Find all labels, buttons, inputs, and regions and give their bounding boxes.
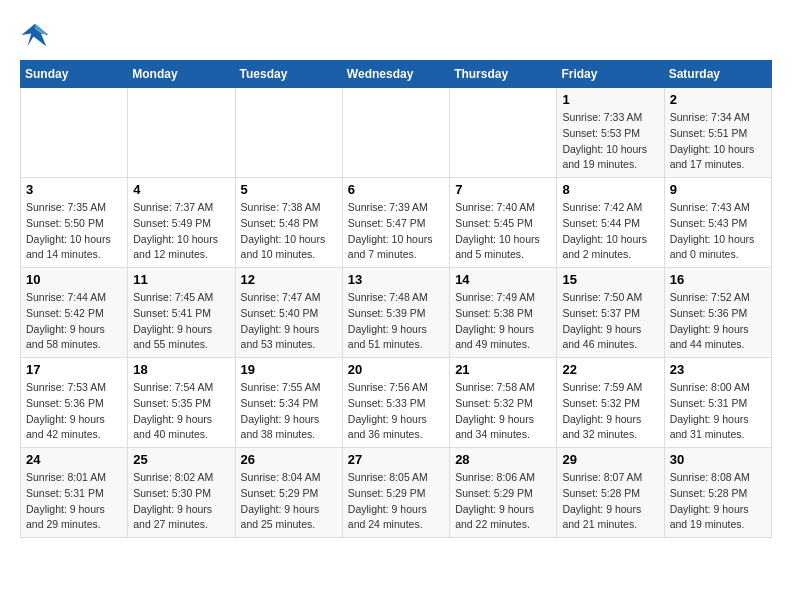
header-sunday: Sunday (21, 61, 128, 88)
calendar-cell: 22Sunrise: 7:59 AMSunset: 5:32 PMDayligh… (557, 358, 664, 448)
day-number: 8 (562, 182, 658, 197)
calendar-cell: 17Sunrise: 7:53 AMSunset: 5:36 PMDayligh… (21, 358, 128, 448)
day-number: 2 (670, 92, 766, 107)
calendar-cell: 28Sunrise: 8:06 AMSunset: 5:29 PMDayligh… (450, 448, 557, 538)
calendar-cell: 7Sunrise: 7:40 AMSunset: 5:45 PMDaylight… (450, 178, 557, 268)
calendar-cell: 12Sunrise: 7:47 AMSunset: 5:40 PMDayligh… (235, 268, 342, 358)
calendar-cell: 18Sunrise: 7:54 AMSunset: 5:35 PMDayligh… (128, 358, 235, 448)
day-number: 19 (241, 362, 337, 377)
day-number: 26 (241, 452, 337, 467)
day-info: Sunrise: 7:54 AMSunset: 5:35 PMDaylight:… (133, 380, 229, 443)
header-monday: Monday (128, 61, 235, 88)
day-info: Sunrise: 8:04 AMSunset: 5:29 PMDaylight:… (241, 470, 337, 533)
calendar-cell: 4Sunrise: 7:37 AMSunset: 5:49 PMDaylight… (128, 178, 235, 268)
day-info: Sunrise: 7:42 AMSunset: 5:44 PMDaylight:… (562, 200, 658, 263)
calendar-cell: 30Sunrise: 8:08 AMSunset: 5:28 PMDayligh… (664, 448, 771, 538)
calendar-cell: 11Sunrise: 7:45 AMSunset: 5:41 PMDayligh… (128, 268, 235, 358)
calendar-cell: 14Sunrise: 7:49 AMSunset: 5:38 PMDayligh… (450, 268, 557, 358)
calendar-header-row: SundayMondayTuesdayWednesdayThursdayFrid… (21, 61, 772, 88)
day-info: Sunrise: 7:45 AMSunset: 5:41 PMDaylight:… (133, 290, 229, 353)
day-number: 28 (455, 452, 551, 467)
day-number: 18 (133, 362, 229, 377)
day-number: 24 (26, 452, 122, 467)
header-wednesday: Wednesday (342, 61, 449, 88)
calendar-cell: 26Sunrise: 8:04 AMSunset: 5:29 PMDayligh… (235, 448, 342, 538)
week-row-5: 24Sunrise: 8:01 AMSunset: 5:31 PMDayligh… (21, 448, 772, 538)
header-tuesday: Tuesday (235, 61, 342, 88)
day-info: Sunrise: 7:35 AMSunset: 5:50 PMDaylight:… (26, 200, 122, 263)
calendar-cell: 21Sunrise: 7:58 AMSunset: 5:32 PMDayligh… (450, 358, 557, 448)
calendar-cell: 20Sunrise: 7:56 AMSunset: 5:33 PMDayligh… (342, 358, 449, 448)
day-info: Sunrise: 7:34 AMSunset: 5:51 PMDaylight:… (670, 110, 766, 173)
day-info: Sunrise: 7:50 AMSunset: 5:37 PMDaylight:… (562, 290, 658, 353)
day-info: Sunrise: 7:39 AMSunset: 5:47 PMDaylight:… (348, 200, 444, 263)
day-number: 21 (455, 362, 551, 377)
logo (20, 20, 54, 50)
day-number: 13 (348, 272, 444, 287)
week-row-2: 3Sunrise: 7:35 AMSunset: 5:50 PMDaylight… (21, 178, 772, 268)
calendar-cell: 23Sunrise: 8:00 AMSunset: 5:31 PMDayligh… (664, 358, 771, 448)
calendar-cell: 9Sunrise: 7:43 AMSunset: 5:43 PMDaylight… (664, 178, 771, 268)
calendar-cell: 2Sunrise: 7:34 AMSunset: 5:51 PMDaylight… (664, 88, 771, 178)
calendar-cell: 29Sunrise: 8:07 AMSunset: 5:28 PMDayligh… (557, 448, 664, 538)
day-number: 25 (133, 452, 229, 467)
day-number: 5 (241, 182, 337, 197)
calendar-cell (128, 88, 235, 178)
day-info: Sunrise: 8:02 AMSunset: 5:30 PMDaylight:… (133, 470, 229, 533)
day-number: 16 (670, 272, 766, 287)
day-info: Sunrise: 8:05 AMSunset: 5:29 PMDaylight:… (348, 470, 444, 533)
calendar-cell: 15Sunrise: 7:50 AMSunset: 5:37 PMDayligh… (557, 268, 664, 358)
calendar-cell: 6Sunrise: 7:39 AMSunset: 5:47 PMDaylight… (342, 178, 449, 268)
week-row-1: 1Sunrise: 7:33 AMSunset: 5:53 PMDaylight… (21, 88, 772, 178)
day-info: Sunrise: 7:56 AMSunset: 5:33 PMDaylight:… (348, 380, 444, 443)
calendar-cell: 13Sunrise: 7:48 AMSunset: 5:39 PMDayligh… (342, 268, 449, 358)
day-number: 10 (26, 272, 122, 287)
day-number: 14 (455, 272, 551, 287)
day-info: Sunrise: 7:48 AMSunset: 5:39 PMDaylight:… (348, 290, 444, 353)
calendar-cell: 5Sunrise: 7:38 AMSunset: 5:48 PMDaylight… (235, 178, 342, 268)
calendar-cell (342, 88, 449, 178)
day-number: 17 (26, 362, 122, 377)
day-info: Sunrise: 8:01 AMSunset: 5:31 PMDaylight:… (26, 470, 122, 533)
day-info: Sunrise: 7:55 AMSunset: 5:34 PMDaylight:… (241, 380, 337, 443)
day-info: Sunrise: 8:08 AMSunset: 5:28 PMDaylight:… (670, 470, 766, 533)
day-number: 11 (133, 272, 229, 287)
day-number: 30 (670, 452, 766, 467)
day-number: 9 (670, 182, 766, 197)
day-number: 7 (455, 182, 551, 197)
day-number: 1 (562, 92, 658, 107)
day-number: 12 (241, 272, 337, 287)
page-header (20, 20, 772, 50)
day-info: Sunrise: 7:53 AMSunset: 5:36 PMDaylight:… (26, 380, 122, 443)
header-saturday: Saturday (664, 61, 771, 88)
day-info: Sunrise: 8:07 AMSunset: 5:28 PMDaylight:… (562, 470, 658, 533)
header-thursday: Thursday (450, 61, 557, 88)
day-info: Sunrise: 7:43 AMSunset: 5:43 PMDaylight:… (670, 200, 766, 263)
calendar-cell: 27Sunrise: 8:05 AMSunset: 5:29 PMDayligh… (342, 448, 449, 538)
calendar-table: SundayMondayTuesdayWednesdayThursdayFrid… (20, 60, 772, 538)
logo-icon (20, 20, 50, 50)
calendar-cell: 24Sunrise: 8:01 AMSunset: 5:31 PMDayligh… (21, 448, 128, 538)
calendar-cell: 8Sunrise: 7:42 AMSunset: 5:44 PMDaylight… (557, 178, 664, 268)
day-number: 20 (348, 362, 444, 377)
calendar-cell (21, 88, 128, 178)
day-number: 23 (670, 362, 766, 377)
day-number: 3 (26, 182, 122, 197)
day-number: 27 (348, 452, 444, 467)
calendar-cell (235, 88, 342, 178)
week-row-4: 17Sunrise: 7:53 AMSunset: 5:36 PMDayligh… (21, 358, 772, 448)
calendar-cell: 3Sunrise: 7:35 AMSunset: 5:50 PMDaylight… (21, 178, 128, 268)
day-info: Sunrise: 7:33 AMSunset: 5:53 PMDaylight:… (562, 110, 658, 173)
week-row-3: 10Sunrise: 7:44 AMSunset: 5:42 PMDayligh… (21, 268, 772, 358)
day-info: Sunrise: 7:44 AMSunset: 5:42 PMDaylight:… (26, 290, 122, 353)
day-number: 4 (133, 182, 229, 197)
day-info: Sunrise: 7:49 AMSunset: 5:38 PMDaylight:… (455, 290, 551, 353)
day-number: 6 (348, 182, 444, 197)
calendar-cell: 25Sunrise: 8:02 AMSunset: 5:30 PMDayligh… (128, 448, 235, 538)
day-info: Sunrise: 7:40 AMSunset: 5:45 PMDaylight:… (455, 200, 551, 263)
day-info: Sunrise: 7:47 AMSunset: 5:40 PMDaylight:… (241, 290, 337, 353)
calendar-cell: 1Sunrise: 7:33 AMSunset: 5:53 PMDaylight… (557, 88, 664, 178)
day-info: Sunrise: 7:58 AMSunset: 5:32 PMDaylight:… (455, 380, 551, 443)
day-info: Sunrise: 8:00 AMSunset: 5:31 PMDaylight:… (670, 380, 766, 443)
calendar-cell: 10Sunrise: 7:44 AMSunset: 5:42 PMDayligh… (21, 268, 128, 358)
